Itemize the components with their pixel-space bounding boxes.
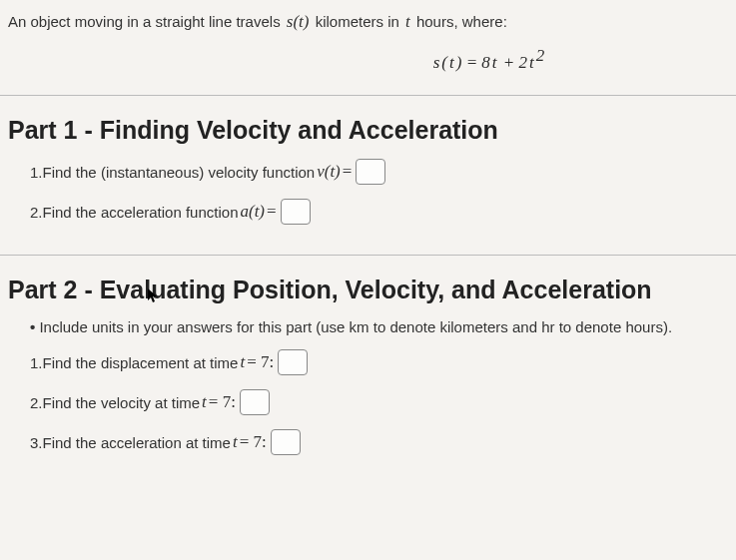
acceleration-function-input[interactable]	[281, 199, 311, 225]
part2-q2: 2. Find the velocity at time t = 7:	[30, 389, 728, 415]
part1-heading: Part 1 - Finding Velocity and Accelerati…	[8, 116, 728, 145]
displacement-input[interactable]	[278, 349, 308, 375]
part1-section: Part 1 - Finding Velocity and Accelerati…	[0, 96, 736, 256]
intro-text: An object moving in a straight line trav…	[8, 12, 728, 32]
p2q1-eq: = 7:	[247, 352, 274, 372]
q1-num: 1.	[30, 164, 43, 181]
part2-note: Include units in your answers for this p…	[30, 318, 728, 335]
p2q1-tvar: t	[238, 352, 247, 372]
p2q1-num: 1.	[30, 354, 43, 371]
p2q2-tvar: t	[200, 392, 209, 412]
part1-q1: 1. Find the (instantaneous) velocity fun…	[30, 159, 728, 185]
intro-tvar: t	[403, 12, 412, 31]
intro-prefix: An object moving in a straight line trav…	[8, 13, 285, 30]
position-equation: s(t) = 8t + 2t2	[8, 46, 728, 73]
part1-q2: 2. Find the acceleration function a(t) =	[30, 199, 728, 225]
intro-func: s(t)	[285, 12, 312, 31]
q2-num: 2.	[30, 204, 43, 221]
p2q2-eq: = 7:	[209, 392, 236, 412]
part2-section: Part 2 - Evaluating Position, Velocity, …	[0, 256, 736, 485]
p2q2-text: Find the velocity at time	[43, 394, 201, 411]
p2q3-eq: = 7:	[240, 432, 267, 452]
velocity-value-input[interactable]	[240, 389, 270, 415]
p2q3-tvar: t	[231, 432, 240, 452]
part2-q3: 3. Find the acceleration at time t = 7:	[30, 429, 728, 455]
p2q3-text: Find the acceleration at time	[43, 434, 231, 451]
q2-text: Find the acceleration function	[43, 204, 239, 221]
part2-heading: Part 2 - Evaluating Position, Velocity, …	[8, 276, 728, 304]
part2-q1: 1. Find the displacement at time t = 7:	[30, 349, 728, 375]
p2q2-num: 2.	[30, 394, 43, 411]
intro-section: An object moving in a straight line trav…	[0, 0, 736, 96]
acceleration-value-input[interactable]	[271, 429, 301, 455]
intro-suffix: hours, where:	[412, 13, 507, 30]
p2q3-num: 3.	[30, 434, 43, 451]
q1-func: v(t)	[315, 162, 343, 182]
q2-func: a(t)	[238, 202, 267, 222]
p2q1-text: Find the displacement at time	[43, 354, 239, 371]
intro-mid: kilometers in	[311, 13, 403, 30]
q1-text: Find the (instantaneous) velocity functi…	[43, 164, 316, 181]
q2-eq: =	[267, 202, 277, 222]
q1-eq: =	[343, 162, 353, 182]
velocity-function-input[interactable]	[356, 159, 385, 185]
